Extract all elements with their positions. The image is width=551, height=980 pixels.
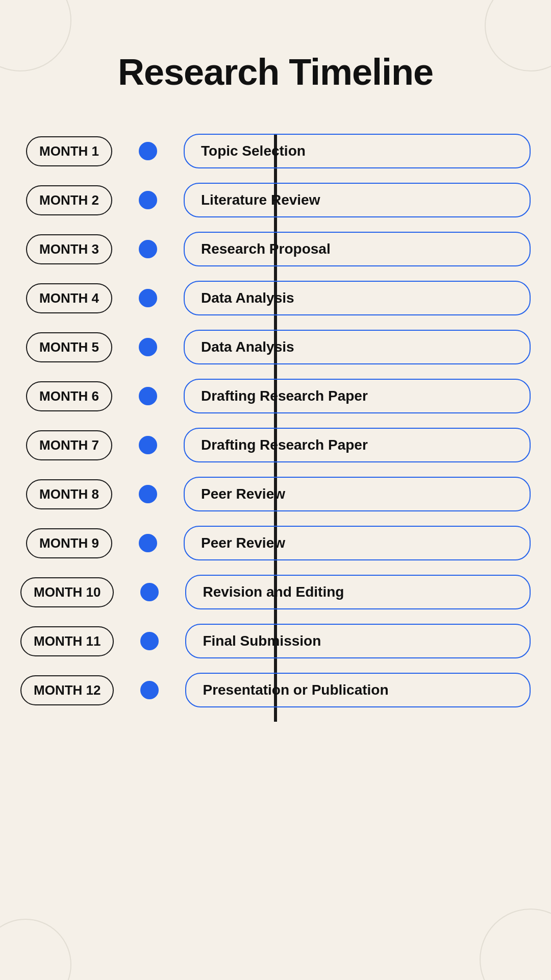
timeline-row: MONTH 8 Peer Review: [20, 477, 531, 511]
month-label: MONTH 10: [20, 577, 134, 607]
timeline-row: MONTH 3 Research Proposal: [20, 232, 531, 266]
month-badge: MONTH 12: [20, 675, 114, 705]
month-badge: MONTH 1: [26, 136, 112, 166]
timeline-row: MONTH 5 Data Analysis: [20, 330, 531, 364]
task-label: Data Analysis: [163, 330, 531, 364]
task-badge: Presentation or Publication: [185, 673, 531, 707]
task-label: Revision and Editing: [165, 575, 531, 609]
timeline-dot-container: [133, 191, 163, 209]
task-label: Final Submission: [165, 624, 531, 658]
task-badge: Peer Review: [184, 526, 531, 560]
month-badge: MONTH 9: [26, 528, 112, 558]
month-badge: MONTH 7: [26, 430, 112, 460]
month-label: MONTH 8: [20, 479, 133, 509]
task-label: Research Proposal: [163, 232, 531, 266]
month-label: MONTH 3: [20, 234, 133, 264]
timeline-dot-container: [133, 240, 163, 258]
timeline-dot: [139, 485, 157, 503]
timeline-dot: [139, 436, 157, 454]
task-label: Peer Review: [163, 477, 531, 511]
timeline-dot-container: [133, 436, 163, 454]
timeline-dot-container: [133, 485, 163, 503]
month-label: MONTH 12: [20, 675, 134, 705]
timeline-dot: [139, 387, 157, 405]
timeline-dot-container: [134, 632, 165, 650]
task-badge: Drafting Research Paper: [184, 428, 531, 462]
month-badge: MONTH 5: [26, 332, 112, 362]
month-badge: MONTH 10: [20, 577, 114, 607]
month-badge: MONTH 8: [26, 479, 112, 509]
timeline-row: MONTH 12 Presentation or Publication: [20, 673, 531, 707]
timeline-dot-container: [133, 338, 163, 356]
month-badge: MONTH 2: [26, 185, 112, 215]
timeline-dot: [139, 289, 157, 307]
deco-circle-bottom-right: [480, 909, 551, 980]
timeline-dot-container: [133, 387, 163, 405]
timeline-dot: [139, 534, 157, 552]
page-title: Research Timeline: [0, 51, 551, 93]
timeline-dot: [139, 142, 157, 160]
task-badge: Drafting Research Paper: [184, 379, 531, 413]
timeline-row: MONTH 11 Final Submission: [20, 624, 531, 658]
month-label: MONTH 4: [20, 283, 133, 313]
task-label: Drafting Research Paper: [163, 379, 531, 413]
timeline-dot-container: [133, 534, 163, 552]
timeline-dot: [139, 240, 157, 258]
timeline-row: MONTH 2 Literature Review: [20, 183, 531, 217]
month-label: MONTH 9: [20, 528, 133, 558]
task-badge: Final Submission: [185, 624, 531, 658]
month-badge: MONTH 4: [26, 283, 112, 313]
timeline-row: MONTH 4 Data Analysis: [20, 281, 531, 315]
month-label: MONTH 7: [20, 430, 133, 460]
month-label: MONTH 11: [20, 626, 134, 656]
month-badge: MONTH 6: [26, 381, 112, 411]
month-label: MONTH 6: [20, 381, 133, 411]
timeline-row: MONTH 6 Drafting Research Paper: [20, 379, 531, 413]
timeline-row: MONTH 10 Revision and Editing: [20, 575, 531, 609]
timeline-container: MONTH 1 Topic Selection MONTH 2 Literatu…: [0, 134, 551, 722]
timeline-dot: [140, 681, 159, 699]
task-label: Data Analysis: [163, 281, 531, 315]
task-badge: Peer Review: [184, 477, 531, 511]
month-label: MONTH 2: [20, 185, 133, 215]
timeline-row: MONTH 1 Topic Selection: [20, 134, 531, 168]
timeline-dot-container: [134, 681, 165, 699]
task-badge: Data Analysis: [184, 281, 531, 315]
timeline-dot-container: [133, 142, 163, 160]
month-badge: MONTH 11: [20, 626, 114, 656]
deco-circle-bottom-left: [0, 919, 71, 980]
task-badge: Research Proposal: [184, 232, 531, 266]
task-label: Presentation or Publication: [165, 673, 531, 707]
month-label: MONTH 1: [20, 136, 133, 166]
task-badge: Revision and Editing: [185, 575, 531, 609]
task-badge: Topic Selection: [184, 134, 531, 168]
timeline-dot: [140, 632, 159, 650]
task-label: Peer Review: [163, 526, 531, 560]
task-label: Drafting Research Paper: [163, 428, 531, 462]
task-label: Literature Review: [163, 183, 531, 217]
month-label: MONTH 5: [20, 332, 133, 362]
timeline-dot-container: [134, 583, 165, 601]
timeline-dot: [139, 338, 157, 356]
task-badge: Data Analysis: [184, 330, 531, 364]
timeline-dot-container: [133, 289, 163, 307]
task-label: Topic Selection: [163, 134, 531, 168]
month-badge: MONTH 3: [26, 234, 112, 264]
timeline-row: MONTH 7 Drafting Research Paper: [20, 428, 531, 462]
task-badge: Literature Review: [184, 183, 531, 217]
timeline-dot: [140, 583, 159, 601]
timeline-row: MONTH 9 Peer Review: [20, 526, 531, 560]
timeline-dot: [139, 191, 157, 209]
